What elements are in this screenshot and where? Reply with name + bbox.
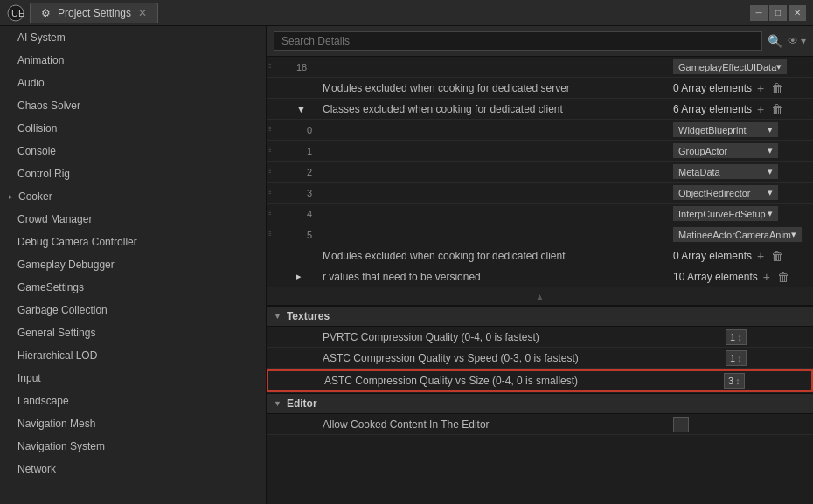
row-2-metadata: ⠿ 2 MetaData ▾ <box>267 162 813 183</box>
close-tab-icon[interactable]: ✕ <box>138 7 147 19</box>
gameplay-dropdown[interactable]: GameplayEffectUIData ▾ <box>673 59 787 74</box>
arrow-right-icon: ▸ <box>9 192 13 201</box>
add-button[interactable]: + <box>755 102 766 116</box>
add-button[interactable]: + <box>755 81 766 95</box>
interpcurve-dropdown[interactable]: InterpCurveEdSetup ▾ <box>673 206 778 221</box>
widgetblueprint-dropdown[interactable]: WidgetBlueprint ▾ <box>673 122 778 137</box>
dropdown-arrow: ▾ <box>768 208 773 219</box>
row-value: InterpCurveEdSetup ▾ <box>673 206 813 221</box>
row-rvalues: ▸ r values that need to be versioned 10 … <box>267 266 813 287</box>
sidebar-item-navigation-mesh[interactable]: Navigation Mesh <box>0 412 266 435</box>
row-label: ASTC Compression Quality vs Size (0-4, 0… <box>317 375 724 387</box>
sidebar-item-input[interactable]: Input <box>0 367 266 390</box>
sidebar-label: Cooker <box>18 190 52 203</box>
sidebar-label: Garbage Collection <box>17 304 108 316</box>
row-index: 3 <box>272 188 316 198</box>
add-button[interactable]: + <box>755 249 766 263</box>
astc-size-spinner[interactable]: 3 ↕ <box>724 373 745 389</box>
sidebar-label: AI System <box>17 31 66 44</box>
title-bar: UE ⚙ Project Settings ✕ ─ □ ✕ <box>0 0 813 26</box>
sidebar-label: Network <box>17 463 56 475</box>
content-panel: 🔍 👁 ▾ ⠿ 18 GameplayEffectUIData ▾ <box>267 26 813 504</box>
sidebar-item-gameplay-debugger[interactable]: Gameplay Debugger <box>0 253 266 276</box>
sidebar-item-cooker[interactable]: ▸ Cooker <box>0 185 266 208</box>
allow-cooked-checkbox[interactable] <box>673 417 689 432</box>
search-input[interactable] <box>274 31 762 51</box>
sidebar-item-general-settings[interactable]: General Settings <box>0 321 266 344</box>
row-index: 18 <box>272 62 316 72</box>
sidebar-item-landscape[interactable]: Landscape <box>0 390 266 412</box>
spinner-value: 3 <box>728 376 733 386</box>
sidebar-label: Animation <box>17 54 64 66</box>
row-value: 0 Array elements + 🗑 <box>673 249 813 263</box>
dropdown-arrow: ▾ <box>791 229 796 240</box>
metadata-dropdown[interactable]: MetaData ▾ <box>673 164 778 179</box>
gear-icon: ⚙ <box>41 7 51 19</box>
sidebar-item-game-settings[interactable]: GameSettings <box>0 276 266 299</box>
sidebar-label: Collision <box>17 122 57 135</box>
minimize-button[interactable]: ─ <box>750 5 768 21</box>
row-index: 5 <box>272 230 316 240</box>
sidebar-label: Gameplay Debugger <box>17 259 115 271</box>
delete-button[interactable]: 🗑 <box>769 81 785 95</box>
close-button[interactable]: ✕ <box>789 5 806 21</box>
row-index: 2 <box>272 167 316 177</box>
row-3-objectredirector: ⠿ 3 ObjectRedirector ▾ <box>267 183 813 204</box>
array-count: 0 Array elements <box>673 250 752 262</box>
sidebar-item-animation[interactable]: Animation <box>0 49 266 72</box>
sidebar-item-ai-system[interactable]: AI System <box>0 26 266 49</box>
scroll-content[interactable]: ⠿ 18 GameplayEffectUIData ▾ Modules excl… <box>267 57 813 504</box>
sidebar-item-collision[interactable]: Collision <box>0 117 266 140</box>
delete-button[interactable]: 🗑 <box>769 102 785 116</box>
sidebar-item-navigation-system[interactable]: Navigation System <box>0 435 266 458</box>
row-value: GroupActor ▾ <box>673 143 813 158</box>
row-modules-client: Modules excluded when cooking for dedica… <box>267 245 813 266</box>
project-settings-tab[interactable]: ⚙ Project Settings ✕ <box>30 3 158 23</box>
sidebar-label: Debug Camera Controller <box>17 236 137 248</box>
sidebar-item-hierarchical-lod[interactable]: Hierarchical LOD <box>0 344 266 367</box>
section-title: Editor <box>287 397 317 410</box>
row-value: 1 ↕ <box>726 329 813 345</box>
sidebar-label: Navigation System <box>17 440 105 452</box>
groupactor-dropdown[interactable]: GroupActor ▾ <box>673 143 778 158</box>
row-label: ASTC Compression Quality vs Speed (0-3, … <box>316 352 726 364</box>
objectredirector-dropdown[interactable]: ObjectRedirector ▾ <box>673 185 778 200</box>
search-button[interactable]: 🔍 <box>768 34 782 48</box>
row-label: PVRTC Compression Quality (0-4, 0 is fas… <box>316 331 726 343</box>
row-value: 1 ↕ <box>726 350 813 366</box>
row-5-matinee: ⠿ 5 MatineeActorCameraAnim ▾ <box>267 224 813 245</box>
eye-button[interactable]: 👁 ▾ <box>788 35 806 47</box>
section-textures[interactable]: ▼ Textures <box>267 306 813 327</box>
sidebar-item-chaos-solver[interactable]: Chaos Solver <box>0 94 266 117</box>
row-classes-client-header: ▼ Classes excluded when cooking for dedi… <box>267 99 813 120</box>
row-value <box>673 417 813 432</box>
row-astc-size: ASTC Compression Quality vs Size (0-4, 0… <box>267 369 813 392</box>
section-collapse-icon: ▼ <box>274 399 281 408</box>
delete-button[interactable]: 🗑 <box>775 270 791 284</box>
spinner-value: 1 <box>730 353 735 363</box>
sidebar-item-network[interactable]: Network <box>0 458 266 480</box>
sidebar-item-audio[interactable]: Audio <box>0 72 266 94</box>
sidebar-item-crowd-manager[interactable]: Crowd Manager <box>0 208 266 231</box>
astc-speed-spinner[interactable]: 1 ↕ <box>726 350 747 366</box>
section-editor[interactable]: ▼ Editor <box>267 393 813 414</box>
row-1-groupactor: ⠿ 1 GroupActor ▾ <box>267 141 813 162</box>
sidebar-item-control-rig[interactable]: Control Rig <box>0 162 266 185</box>
pvrtc-spinner[interactable]: 1 ↕ <box>726 329 747 345</box>
sidebar-label: GameSettings <box>17 281 84 293</box>
add-button[interactable]: + <box>761 270 772 284</box>
sidebar-label: General Settings <box>17 327 95 339</box>
app-logo: UE <box>7 4 24 22</box>
matinee-dropdown[interactable]: MatineeActorCameraAnim ▾ <box>673 227 802 242</box>
row-label: Classes excluded when cooking for dedica… <box>316 103 673 115</box>
sidebar-item-garbage-collection[interactable]: Garbage Collection <box>0 299 266 321</box>
delete-button[interactable]: 🗑 <box>769 249 785 263</box>
main-layout: AI System Animation Audio Chaos Solver C… <box>0 26 813 504</box>
sidebar-item-debug-camera[interactable]: Debug Camera Controller <box>0 231 266 253</box>
row-value: 3 ↕ <box>724 373 811 389</box>
dropdown-value: GameplayEffectUIData <box>678 62 776 72</box>
maximize-button[interactable]: □ <box>769 5 787 21</box>
search-bar: 🔍 👁 ▾ <box>267 26 813 57</box>
sidebar-item-console[interactable]: Console <box>0 140 266 162</box>
dropdown-value: MatineeActorCameraAnim <box>678 230 791 240</box>
